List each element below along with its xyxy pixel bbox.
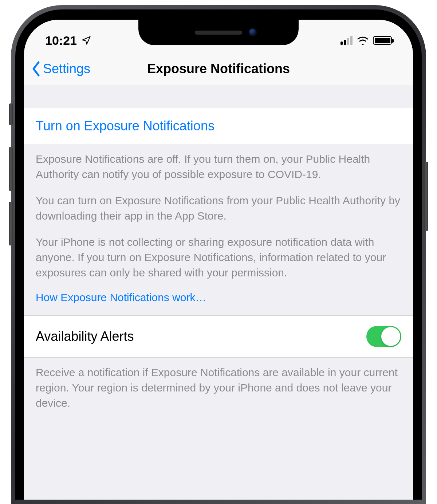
screen: 10:21 bbox=[24, 20, 413, 500]
location-icon bbox=[81, 35, 91, 46]
battery-icon bbox=[373, 36, 392, 45]
back-button[interactable]: Settings bbox=[24, 61, 90, 77]
speaker-grille bbox=[195, 31, 242, 35]
availability-alerts-desc: Receive a notification if Exposure Notif… bbox=[36, 365, 401, 411]
volume-up-button[interactable] bbox=[9, 147, 13, 191]
availability-alerts-description: Receive a notification if Exposure Notif… bbox=[24, 358, 413, 411]
availability-alerts-toggle[interactable] bbox=[366, 326, 401, 347]
volume-down-button[interactable] bbox=[9, 202, 13, 245]
phone-frame: 10:21 bbox=[11, 5, 426, 504]
turn-on-label: Turn on Exposure Notifications bbox=[36, 118, 214, 134]
front-camera bbox=[249, 28, 257, 36]
turn-on-desc-3: Your iPhone is not collecting or sharing… bbox=[36, 235, 401, 280]
navigation-bar: Settings Exposure Notifications bbox=[24, 52, 413, 85]
turn-on-desc-2: You can turn on Exposure Notifications f… bbox=[36, 193, 401, 224]
turn-on-desc-1: Exposure Notifications are off. If you t… bbox=[36, 151, 401, 182]
chevron-left-icon bbox=[31, 61, 42, 77]
power-button[interactable] bbox=[424, 162, 428, 231]
notch bbox=[138, 20, 299, 45]
status-time: 10:21 bbox=[45, 34, 77, 48]
availability-alerts-row: Availability Alerts bbox=[24, 315, 413, 358]
cellular-signal-icon bbox=[340, 36, 353, 45]
content-area: Turn on Exposure Notifications Exposure … bbox=[24, 85, 413, 411]
back-label: Settings bbox=[43, 61, 90, 76]
availability-alerts-label: Availability Alerts bbox=[36, 329, 134, 344]
toggle-knob bbox=[381, 327, 400, 346]
turn-on-row[interactable]: Turn on Exposure Notifications bbox=[24, 108, 413, 144]
turn-on-description: Exposure Notifications are off. If you t… bbox=[24, 144, 413, 280]
page-title: Exposure Notifications bbox=[147, 61, 290, 76]
mute-switch[interactable] bbox=[9, 103, 13, 125]
phone-bezel: 10:21 bbox=[15, 9, 422, 500]
how-it-works-link[interactable]: How Exposure Notifications work… bbox=[24, 291, 413, 315]
wifi-icon bbox=[357, 36, 369, 45]
